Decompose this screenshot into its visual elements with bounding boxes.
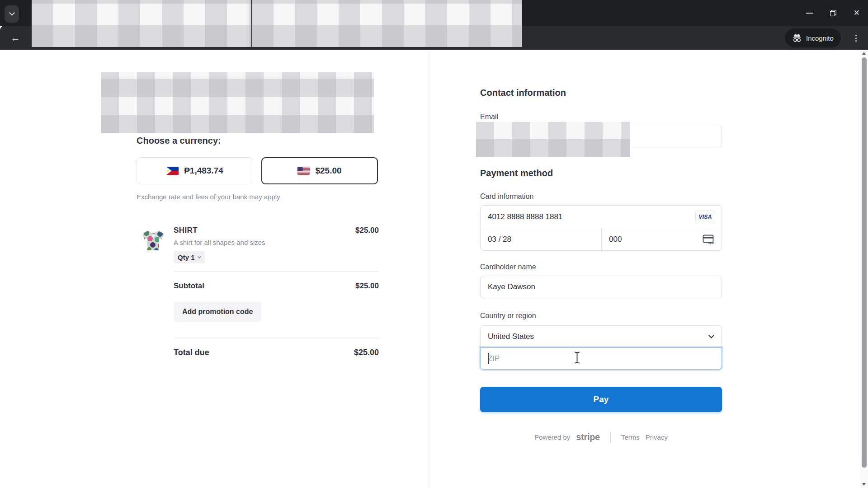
currency-option-php[interactable]: ₱1,483.74	[137, 157, 253, 184]
divider	[174, 338, 379, 338]
card-expiry-value: 03 / 28	[488, 235, 511, 244]
philippines-flag-icon	[166, 167, 179, 175]
stripe-logo[interactable]: stripe	[576, 432, 600, 442]
powered-by-label: Powered by	[534, 433, 570, 441]
back-button[interactable]: ←	[8, 31, 23, 45]
pay-button[interactable]: Pay	[480, 387, 722, 412]
restore-button[interactable]	[830, 10, 836, 16]
total-due-label: Total due	[174, 348, 209, 357]
contact-information-heading: Contact information	[480, 88, 722, 98]
chevron-down-icon	[9, 10, 15, 16]
currency-options: ₱1,483.74 $25.00	[137, 157, 378, 184]
scrollbar-thumb[interactable]	[862, 57, 867, 468]
scroll-up-arrow[interactable]	[862, 52, 866, 55]
incognito-badge: Incognito	[785, 28, 841, 47]
incognito-icon	[792, 33, 802, 42]
product-image	[140, 227, 166, 253]
total-due-row: Total due $25.00	[174, 348, 379, 357]
currency-amount: ₱1,483.74	[184, 166, 223, 176]
currency-heading: Choose a currency:	[137, 136, 221, 146]
card-expiry-input[interactable]: 03 / 28	[481, 228, 601, 250]
subtotal-row: Subtotal $25.00	[174, 282, 379, 291]
add-promotion-code-button[interactable]: Add promotion code	[174, 302, 261, 322]
card-cvc-input[interactable]: 000 123	[601, 228, 722, 250]
incognito-label: Incognito	[806, 34, 834, 42]
card-subfields: 03 / 28 000 123	[481, 228, 722, 250]
text-caret	[488, 353, 489, 364]
browser-menu-icon[interactable]	[853, 32, 859, 44]
checkout-footer: Powered by stripe Terms Privacy	[480, 432, 722, 442]
chevron-down-icon	[197, 255, 201, 258]
payment-method-heading: Payment method	[480, 168, 722, 178]
terms-link[interactable]: Terms	[621, 433, 640, 441]
country-region-label: Country or region	[480, 312, 722, 320]
visa-brand-icon: VISA	[695, 211, 715, 223]
quantity-dropdown[interactable]: Qty 1	[174, 251, 205, 263]
redacted-tab	[252, 0, 522, 47]
currency-note: Exchange rate and fees of your bank may …	[137, 193, 280, 201]
minimize-button[interactable]	[806, 13, 813, 14]
product-name: SHIRT	[174, 226, 198, 235]
quantity-label: Qty 1	[178, 253, 195, 261]
email-label: Email	[480, 113, 722, 121]
svg-text:123: 123	[708, 240, 714, 244]
card-information-group: 4012 8888 8888 1881 VISA 03 / 28 000 123	[480, 205, 722, 251]
checkout-page: Choose a currency: ₱1,483.74	[0, 50, 860, 488]
tab-search-button[interactable]	[5, 5, 19, 23]
privacy-link[interactable]: Privacy	[646, 433, 668, 441]
redacted-email-value	[476, 122, 630, 157]
subtotal-value: $25.00	[355, 282, 379, 291]
cvc-card-icon: 123	[703, 235, 715, 244]
cardholder-name-input[interactable]	[480, 276, 722, 298]
currency-amount: $25.00	[315, 166, 341, 176]
divider	[174, 271, 379, 272]
card-cvc-value: 000	[609, 235, 622, 244]
redacted-merchant-header	[101, 72, 374, 133]
close-button[interactable]: ✕	[854, 9, 860, 17]
country-value: United States	[488, 332, 534, 341]
card-number-value: 4012 8888 8888 1881	[488, 212, 562, 221]
country-select[interactable]: United States	[480, 325, 722, 347]
product-description: A shirt for all shapes and sizes	[174, 239, 265, 246]
currency-option-usd[interactable]: $25.00	[261, 157, 378, 184]
total-due-value: $25.00	[354, 348, 379, 357]
subtotal-label: Subtotal	[174, 282, 204, 291]
product-price: $25.00	[355, 226, 379, 235]
zip-input[interactable]	[480, 347, 722, 370]
cardholder-name-label: Cardholder name	[480, 263, 722, 271]
chevron-down-icon	[708, 333, 714, 338]
column-divider	[429, 50, 430, 488]
card-number-input[interactable]: 4012 8888 8888 1881 VISA	[481, 206, 722, 228]
redacted-tab	[32, 0, 251, 47]
us-flag-icon	[297, 167, 310, 175]
page-scrollbar[interactable]	[860, 50, 868, 488]
footer-divider	[610, 432, 611, 442]
window-controls: ✕	[806, 0, 860, 26]
scroll-down-arrow[interactable]	[862, 483, 866, 486]
card-information-label: Card information	[480, 192, 722, 201]
